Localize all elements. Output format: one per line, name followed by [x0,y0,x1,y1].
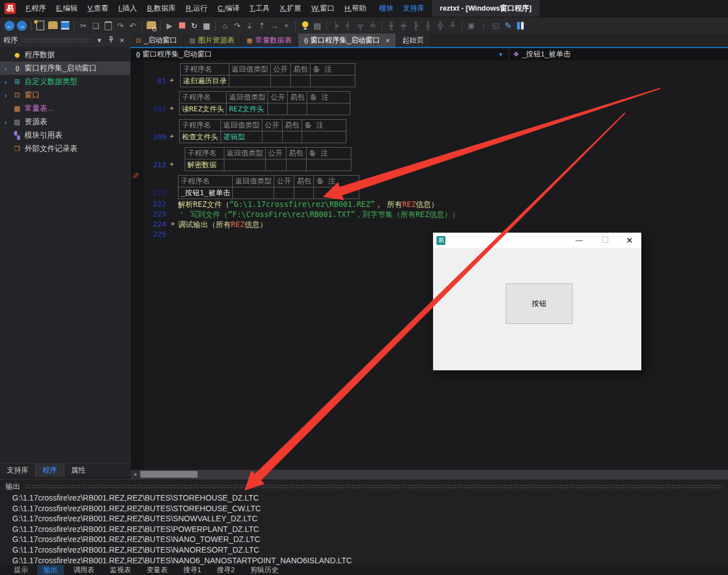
step-over-button[interactable]: → [268,20,280,32]
restart-button[interactable]: ↻ [188,20,200,32]
tab-window-program-set[interactable]: {} 窗口程序集_启动窗口 × [298,34,395,47]
menu-item[interactable]: T.工具 [245,3,275,13]
menu-item[interactable]: V.查看 [82,3,113,13]
menu-item[interactable]: I.插入 [114,3,142,13]
notes-button[interactable]: ▤ [311,20,323,32]
close-button[interactable]: ✕ [621,233,638,248]
tab-constant-data-table[interactable]: ▦ 常量数据表 [241,34,297,47]
new-program-button[interactable] [34,20,46,32]
nav-forward-button[interactable]: → [17,21,27,31]
center-vertical-button[interactable]: ╪ [397,20,410,32]
link-button[interactable]: ⚬ [280,20,293,32]
menu-item[interactable]: C.编译 [213,3,245,13]
align-left-button[interactable]: ╞ [330,20,342,32]
tree-item-module-reference-table[interactable]: ▚ 模块引用表 [0,129,130,142]
output-line[interactable]: G:\1.17crossfire\rez\RB001.REZ,REZ\BUTES… [0,524,728,535]
tree-item-constant-table[interactable]: ▦ 常量表... [0,102,130,115]
save-button[interactable] [59,20,71,32]
menu-item-extra[interactable]: 模块 [375,3,398,13]
dialog-push-button[interactable]: 按钮 [506,284,572,324]
fit-container-button[interactable]: ◱ [490,20,502,32]
minimize-button[interactable]: — [571,233,588,248]
menu-item[interactable]: H.帮助 [340,3,372,13]
move-down-button[interactable]: ⇣ [243,20,256,32]
compile-button[interactable]: ▦ [200,20,213,32]
menu-item[interactable]: F.程序 [21,3,51,13]
output-tab[interactable]: 监视表 [104,565,138,575]
tab-support-libraries[interactable]: 支持库 [0,464,35,477]
same-size-button[interactable]: ▣ [465,20,477,32]
expand-icon[interactable]: + [170,132,174,140]
maximize-button[interactable] [597,233,613,248]
menu-item[interactable]: X.扩展 [275,3,306,13]
output-tab[interactable]: 搜寻1 [177,565,208,575]
nav-back-button[interactable]: ← [4,21,15,31]
code-line-222[interactable]: 解析REZ文件（“G:\1.17crossfire\rez\RB001.REZ”… [178,200,439,210]
tab-properties[interactable]: 属性 [64,464,92,477]
tree-item-window-program-set[interactable]: › {} 窗口程序集_启动窗口 [0,62,130,75]
same-height-button[interactable]: ╨ [447,20,459,32]
breadcrumb-scope[interactable]: 窗口程序集_启动窗口 [143,49,212,59]
tree-item-custom-data-types[interactable]: › ⊞ 自定义数据类型 [0,75,130,88]
tab-program[interactable]: 程序 [35,464,64,477]
output-tab[interactable]: 剪辑历史 [244,565,284,575]
tree-item-window[interactable]: › ⊡ 窗口 [0,88,130,102]
menu-item-extra[interactable]: 支持库 [398,3,429,13]
menu-item[interactable]: B.数据库 [142,3,181,13]
align-bottom-button[interactable]: ╧ [367,20,379,32]
tips-bulb-button[interactable] [299,20,311,32]
tab-close-icon[interactable]: × [386,36,390,45]
find-in-files-button[interactable] [145,20,157,32]
subroutine-name[interactable]: 递归遍历目录 [181,76,229,87]
align-right-button[interactable]: ╡ [342,20,354,32]
open-button[interactable] [46,20,59,32]
output-tab[interactable]: 调用表 [67,565,101,575]
redo-button[interactable]: ↷ [114,20,126,32]
eyedropper-pen-button[interactable]: ✎ [502,20,514,32]
pin-icon[interactable] [105,36,117,44]
toolbox-button[interactable] [514,20,527,32]
code-line-223[interactable]: ＇ 写到文件（“F:\CrossFire\rez\RB001.TXT”，到字节集… [178,210,459,220]
horizontal-scrollbar[interactable]: ◂ [130,470,728,479]
output-line[interactable]: G:\1.17crossfire\rez\RB001.REZ,REZ\BUTES… [0,503,728,514]
tree-item-program-data[interactable]: ☻ 程序数据 [0,48,130,62]
output-tab[interactable]: 变量表 [140,565,174,575]
menu-item[interactable]: R.运行 [181,3,213,13]
breadcrumb-dropdown-icon[interactable]: ▼ [498,51,504,58]
expand-icon[interactable]: + [170,76,174,84]
paste-button[interactable] [102,20,114,32]
cut-button[interactable]: ✂ [77,20,90,32]
undo-button[interactable]: ↶ [126,20,139,32]
fit-vertical-button[interactable]: ↕ [477,20,490,32]
menu-item[interactable]: W.窗口 [306,3,339,13]
copy-button[interactable]: ❏ [90,20,102,32]
tab-start-page[interactable]: 起始页 [397,34,430,47]
output-line[interactable]: G:\1.17crossfire\rez\RB001.REZ,REZ\BUTES… [0,555,728,565]
move-up-button[interactable]: ⇡ [256,20,268,32]
subroutine-name[interactable]: _按钮1_被单击 [179,187,233,199]
panel-dropdown-icon[interactable]: ▼ [93,37,105,44]
output-tab[interactable]: 搜寻2 [210,565,241,575]
output-line[interactable]: G:\1.17crossfire\rez\RB001.REZ,REZ\BUTES… [0,534,728,545]
tab-startup-window[interactable]: ⊡ _启动窗口 [130,34,182,47]
code-line-224[interactable]: 调试输出（所有REZ信息） [178,220,267,230]
rotate-button[interactable]: ↷ [231,20,243,32]
space-down-button[interactable]: ╢ [422,20,434,32]
breadcrumb-event[interactable]: _按钮1_被单击 [522,49,571,59]
component-button[interactable]: ⌂ [219,20,231,32]
output-tab[interactable]: 输出 [37,565,64,575]
align-top-button[interactable]: ╤ [354,20,367,32]
output-line[interactable]: G:\1.17crossfire\rez\RB001.REZ,REZ\BUTES… [0,493,728,503]
expand-icon[interactable]: + [170,160,174,168]
run-button[interactable]: ▶ [163,20,176,32]
scrollbar-thumb[interactable] [140,471,198,478]
center-horizontal-button[interactable]: ╫ [385,20,397,32]
output-line[interactable]: G:\1.17crossfire\rez\RB001.REZ,REZ\BUTES… [0,545,728,555]
expand-icon[interactable]: + [170,104,174,112]
space-across-button[interactable]: ╟ [410,20,422,32]
subroutine-name[interactable]: 检查文件头 [180,131,221,143]
scroll-left-icon[interactable]: ◂ [130,470,139,479]
tree-item-resource-table[interactable]: › ▨ 资源表 [0,115,130,129]
subroutine-name[interactable]: 解密数据 [185,159,224,171]
output-line[interactable]: G:\1.17crossfire\rez\RB001.REZ,REZ\BUTES… [0,513,728,524]
